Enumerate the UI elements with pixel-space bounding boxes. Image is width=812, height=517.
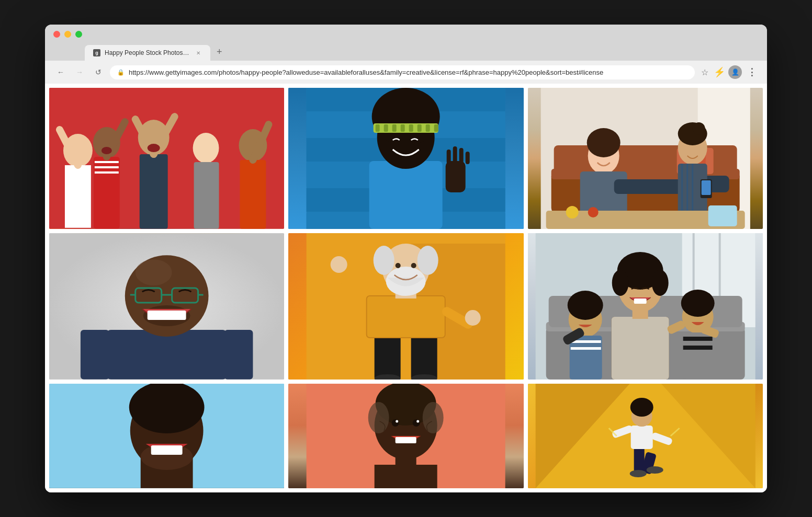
active-tab[interactable]: g Happy People Stock Photos a... ✕: [85, 45, 210, 61]
url-text: https://www.gettyimages.com/photos/happy…: [129, 68, 687, 76]
photo-cell-woman-blue[interactable]: [288, 88, 523, 229]
address-bar[interactable]: 🔒 https://www.gettyimages.com/photos/hap…: [110, 65, 695, 79]
tab-favicon: g: [93, 49, 100, 56]
refresh-button[interactable]: ↺: [91, 65, 106, 79]
photo-cell-crowd[interactable]: [49, 88, 284, 229]
bookmark-button[interactable]: ☆: [699, 65, 710, 79]
nav-bar: ← → ↺ 🔒 https://www.gettyimages.com/phot…: [45, 61, 767, 84]
profile-avatar[interactable]: 👤: [728, 65, 742, 79]
minimize-button[interactable]: [64, 31, 71, 38]
layers-icon[interactable]: ⚡: [714, 66, 725, 78]
photo-cell-asian-family[interactable]: [528, 233, 763, 380]
photo-cell-bottom-left[interactable]: [49, 384, 284, 488]
photo-cell-man-laugh[interactable]: [49, 233, 284, 380]
browser-window: g Happy People Stock Photos a... ✕ + ← →…: [45, 25, 767, 492]
image-grid: [45, 84, 767, 492]
title-bar: g Happy People Stock Photos a... ✕ +: [45, 25, 767, 61]
close-button[interactable]: [53, 31, 60, 38]
window-controls: [53, 31, 759, 38]
back-button[interactable]: ←: [53, 65, 68, 79]
forward-button[interactable]: →: [72, 65, 87, 79]
more-options-button[interactable]: ⋮: [745, 66, 759, 78]
page-content: [45, 84, 767, 492]
tab-bar: g Happy People Stock Photos a... ✕ +: [85, 43, 759, 61]
photo-cell-bottom-right[interactable]: [528, 384, 763, 488]
photo-cell-couple[interactable]: [528, 88, 763, 229]
photo-cell-old-man-yellow[interactable]: [288, 233, 523, 380]
nav-actions: ☆ ⚡ 👤 ⋮: [699, 65, 759, 79]
lock-icon: 🔒: [117, 69, 125, 76]
tab-title: Happy People Stock Photos a...: [105, 49, 190, 56]
maximize-button[interactable]: [75, 31, 82, 38]
tab-close-button[interactable]: ✕: [195, 49, 202, 56]
new-tab-button[interactable]: +: [210, 43, 229, 61]
photo-cell-bottom-mid[interactable]: [288, 384, 523, 488]
